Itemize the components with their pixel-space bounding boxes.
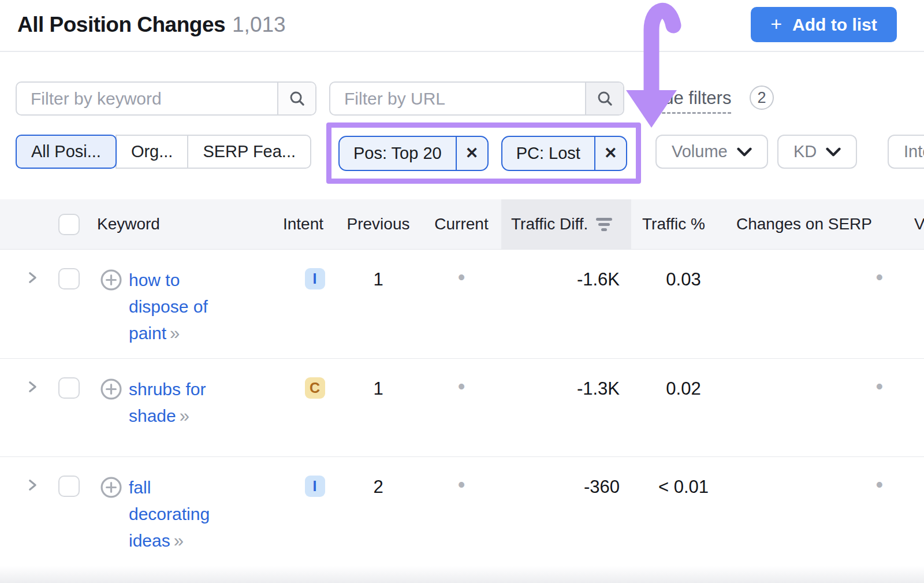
intent-cell: I	[271, 457, 335, 583]
previous-position-cell: 2	[335, 457, 422, 583]
remove-filter-icon[interactable]: ✕	[456, 137, 487, 170]
intent-cell: I	[271, 250, 335, 358]
add-to-list-label: Add to list	[792, 15, 877, 35]
search-icon	[288, 90, 306, 107]
current-position-cell: •	[422, 250, 501, 358]
results-count: 1,013	[232, 13, 286, 36]
expand-column-header	[0, 199, 51, 249]
segment-label: Org...	[131, 142, 173, 161]
column-header-changes-on-serp[interactable]: Changes on SERP	[716, 199, 892, 249]
row-checkbox-cell	[51, 250, 87, 358]
current-position-cell: •	[422, 457, 501, 583]
position-segment-group: All Posi... Org... SERP Fea...	[16, 135, 311, 169]
previous-position-cell: 1	[335, 250, 422, 358]
chevron-down-icon	[826, 147, 841, 157]
page-title-text: All Position Changes	[17, 13, 225, 36]
add-keyword-icon[interactable]	[99, 268, 123, 292]
expand-row-button[interactable]	[0, 457, 51, 583]
keyword-search-button[interactable]	[277, 83, 315, 114]
intent-badge: I	[305, 476, 325, 497]
volume-cell-partial	[892, 359, 924, 456]
traffic-diff-label: Traffic Diff.	[511, 215, 588, 233]
select-all-checkbox[interactable]	[58, 214, 80, 235]
volume-filter-dropdown[interactable]: Volume	[655, 135, 768, 169]
chevron-right-icon	[25, 270, 40, 285]
current-position-cell: •	[422, 359, 501, 456]
chevron-right-icon	[25, 478, 40, 492]
column-header-keyword[interactable]: Keyword	[87, 199, 271, 249]
row-checkbox[interactable]	[58, 476, 80, 497]
add-to-list-button[interactable]: + Add to list	[751, 7, 897, 42]
previous-position-cell: 1	[335, 359, 422, 456]
row-checkbox-cell	[51, 359, 87, 456]
keyword-text: shrubs for shade	[129, 380, 206, 425]
hide-filters-link[interactable]: Hide filters	[647, 88, 731, 114]
keyword-link[interactable]: how to dispose of paint»	[129, 267, 230, 347]
changes-on-serp-cell: •	[716, 359, 892, 456]
traffic-pct-cell: 0.02	[631, 359, 716, 456]
volume-cell-partial	[892, 457, 924, 583]
column-header-intent[interactable]: Intent	[271, 199, 335, 249]
keyword-cell: fall decorating ideas»	[87, 457, 271, 583]
keyword-cell: shrubs for shade»	[87, 359, 271, 456]
position-changes-table: Keyword Intent Previous Current Traffic …	[0, 199, 924, 583]
filter-chip-label[interactable]: Pos: Top 20	[340, 137, 456, 170]
keyword-link[interactable]: fall decorating ideas»	[129, 474, 230, 554]
dropdown-label: Volume	[672, 142, 728, 161]
url-filter-input[interactable]	[330, 83, 585, 114]
traffic-diff-cell: -1.6K	[501, 250, 631, 358]
column-header-previous[interactable]: Previous	[335, 199, 422, 249]
segment-organic[interactable]: Org...	[116, 135, 189, 169]
column-header-traffic-pct[interactable]: Traffic %	[631, 199, 716, 249]
filter-chip-label[interactable]: PC: Lost	[502, 137, 594, 170]
row-checkbox[interactable]	[58, 377, 80, 399]
expand-row-button[interactable]	[0, 250, 51, 358]
intent-cell: C	[271, 359, 335, 456]
remove-filter-icon[interactable]: ✕	[594, 137, 626, 170]
open-serp-icon[interactable]: »	[170, 323, 178, 343]
intent-badge: I	[305, 268, 325, 289]
dropdown-label: Inte	[904, 142, 924, 161]
annotation-highlight-box: Pos: Top 20 ✕ PC: Lost ✕	[326, 122, 641, 184]
segment-serp-features[interactable]: SERP Fea...	[187, 135, 311, 169]
active-filter-count-badge: 2	[750, 86, 774, 110]
open-serp-icon[interactable]: »	[180, 406, 188, 426]
url-search-button[interactable]	[585, 83, 623, 114]
changes-on-serp-cell: •	[716, 457, 892, 583]
dropdown-label: KD	[793, 142, 817, 161]
segment-label: All Posi...	[31, 142, 101, 161]
keyword-cell: how to dispose of paint»	[87, 250, 271, 358]
intent-filter-dropdown[interactable]: Inte	[888, 135, 924, 169]
select-all-checkbox-cell	[51, 199, 87, 249]
page-title: All Position Changes1,013	[17, 13, 286, 37]
segment-all-positions[interactable]: All Posi...	[16, 135, 117, 169]
add-keyword-icon[interactable]	[99, 476, 123, 499]
traffic-diff-cell: -1.3K	[501, 359, 631, 456]
volume-cell-partial	[892, 250, 924, 358]
column-header-current[interactable]: Current	[422, 199, 501, 249]
filter-chip-pos-top20: Pos: Top 20 ✕	[338, 136, 489, 171]
intent-badge: C	[305, 377, 325, 399]
column-header-volume-partial[interactable]: V	[892, 199, 924, 249]
keyword-link[interactable]: shrubs for shade»	[129, 376, 230, 429]
keyword-filter-input[interactable]	[17, 83, 277, 114]
traffic-diff-cell: -360	[501, 457, 631, 583]
table-row: how to dispose of paint» I 1 • -1.6K 0.0…	[0, 250, 924, 359]
expand-row-button[interactable]	[0, 359, 51, 456]
plus-icon: +	[770, 13, 782, 35]
row-checkbox[interactable]	[58, 268, 80, 289]
segment-label: SERP Fea...	[203, 142, 296, 161]
keyword-text: how to dispose of paint	[129, 270, 208, 343]
keyword-text: fall decorating ideas	[129, 478, 210, 550]
kd-filter-dropdown[interactable]: KD	[777, 135, 857, 169]
column-header-traffic-diff[interactable]: Traffic Diff.	[501, 199, 631, 249]
url-filter-field	[329, 81, 624, 116]
keyword-filter-field	[16, 81, 316, 116]
changes-on-serp-cell: •	[716, 250, 892, 358]
open-serp-icon[interactable]: »	[174, 530, 182, 551]
traffic-pct-cell: < 0.01	[631, 457, 716, 583]
filter-chip-pc-lost: PC: Lost ✕	[501, 136, 627, 171]
chevron-right-icon	[25, 380, 40, 394]
add-keyword-icon[interactable]	[99, 377, 123, 401]
sort-descending-icon[interactable]	[596, 218, 612, 231]
